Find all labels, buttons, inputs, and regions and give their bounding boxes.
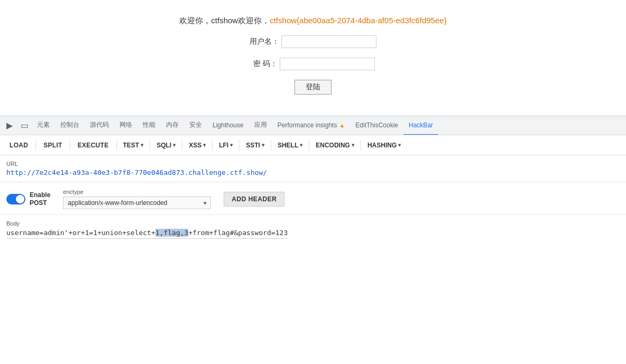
- sep10: [361, 140, 361, 151]
- warn-icon: ▲: [339, 122, 345, 128]
- tab-application[interactable]: 应用: [249, 116, 272, 135]
- encoding-dropdown[interactable]: ENCODING ▾: [311, 139, 358, 151]
- tab-sources[interactable]: 源代码: [85, 116, 114, 135]
- url-section: URL http://7e2c4e14-a93a-40e3-b7f8-770e0…: [0, 155, 626, 182]
- sep6: [212, 140, 213, 151]
- enable-post-label: Enable POST: [30, 191, 50, 207]
- enable-post-wrap: Enable POST: [6, 191, 50, 207]
- enctype-wrap: enctype application/x-www-form-urlencode…: [63, 189, 211, 209]
- load-button[interactable]: LOAD: [4, 139, 33, 151]
- enctype-label: enctype: [63, 189, 211, 195]
- website-content: 欢迎你，ctfshow欢迎你，ctfshow{abe00aa5-2074-4db…: [0, 0, 626, 116]
- sep2: [70, 140, 70, 151]
- encoding-arrow: ▾: [352, 142, 354, 148]
- lfi-dropdown[interactable]: LFI ▾: [215, 139, 237, 151]
- sep3: [116, 140, 117, 151]
- xss-dropdown[interactable]: XSS ▾: [185, 139, 210, 151]
- tab-network[interactable]: 网络: [114, 116, 137, 135]
- sep8: [271, 140, 271, 151]
- tab-console[interactable]: 控制台: [55, 116, 85, 135]
- inspect-icon[interactable]: ▶: [2, 118, 17, 133]
- sep9: [309, 140, 309, 151]
- url-value[interactable]: http://7e2c4e14-a93a-40e3-b7f8-770e046ad…: [6, 169, 620, 176]
- enable-post-toggle[interactable]: [6, 194, 25, 204]
- tab-performance[interactable]: 性能: [137, 116, 161, 135]
- body-value[interactable]: username=admin'+or+1=1+union+select+1,fl…: [6, 229, 288, 239]
- split-button[interactable]: SPLIT: [38, 139, 68, 151]
- enctype-select-wrap: application/x-www-form-urlencoded multip…: [63, 197, 211, 209]
- shell-dropdown[interactable]: SHELL ▾: [273, 139, 307, 151]
- url-label: URL: [6, 161, 620, 167]
- password-row: 密 码：: [0, 58, 626, 70]
- hackbar-toolbar: LOAD SPLIT EXECUTE TEST ▾ SQLI ▾ XSS ▾ L…: [0, 135, 626, 155]
- sqli-arrow: ▾: [173, 142, 176, 148]
- welcome-prefix: 欢迎你，ctfshow欢迎你，: [179, 16, 270, 25]
- lfi-arrow: ▾: [230, 142, 233, 148]
- tab-performance-insights[interactable]: Performance insights ▲: [272, 116, 351, 135]
- body-highlight: 1,flag,3: [155, 229, 189, 237]
- test-dropdown[interactable]: TEST ▾: [119, 139, 148, 151]
- ssti-arrow: ▾: [262, 142, 264, 148]
- hashing-dropdown[interactable]: HASHING ▾: [363, 139, 405, 151]
- sqli-dropdown[interactable]: SQLI ▾: [152, 139, 180, 151]
- flag-text: ctfshow{abe00aa5-2074-4dba-af05-ed3fc6fd…: [270, 16, 446, 25]
- sep1: [35, 140, 36, 151]
- shell-arrow: ▾: [300, 142, 302, 148]
- hashing-arrow: ▾: [398, 142, 401, 148]
- execute-button[interactable]: EXECUTE: [72, 139, 114, 151]
- welcome-message: 欢迎你，ctfshow欢迎你，ctfshow{abe00aa5-2074-4db…: [0, 16, 626, 26]
- body-prefix: username=admin'+or+1=1+union+select+: [6, 229, 155, 237]
- devtools-tabbar: ▶ ▭ 元素 控制台 源代码 网络 性能 内存 安全 Lighthouse 应用…: [0, 116, 626, 135]
- tab-memory[interactable]: 内存: [161, 116, 184, 135]
- body-label: Body: [6, 220, 620, 227]
- sep5: [182, 140, 182, 151]
- password-label: 密 码：: [251, 59, 278, 69]
- tab-editthiscookie[interactable]: EditThisCookie: [350, 116, 403, 135]
- enctype-select[interactable]: application/x-www-form-urlencoded multip…: [63, 197, 211, 209]
- device-icon[interactable]: ▭: [17, 118, 32, 133]
- body-suffix: +from+flag#&password=123: [188, 229, 288, 237]
- login-button[interactable]: 登陆: [294, 80, 332, 95]
- ssti-dropdown[interactable]: SSTI ▾: [242, 139, 269, 151]
- tab-security[interactable]: 安全: [184, 116, 207, 135]
- add-header-button[interactable]: ADD HEADER: [224, 192, 284, 207]
- tab-hackbar[interactable]: HackBar: [403, 116, 438, 135]
- post-section: Enable POST enctype application/x-www-fo…: [0, 182, 626, 215]
- username-input[interactable]: [281, 35, 376, 48]
- username-row: 用户名：: [0, 35, 626, 48]
- tab-elements[interactable]: 元素: [32, 116, 55, 135]
- toggle-thumb: [16, 195, 24, 203]
- sep7: [239, 140, 240, 151]
- sep4: [150, 140, 150, 151]
- password-input[interactable]: [280, 58, 375, 70]
- body-section: Body username=admin'+or+1=1+union+select…: [0, 215, 626, 244]
- test-arrow: ▾: [141, 142, 143, 148]
- username-label: 用户名：: [250, 37, 279, 46]
- xss-arrow: ▾: [203, 142, 206, 148]
- tab-lighthouse[interactable]: Lighthouse: [207, 116, 249, 135]
- login-row: 登陆: [0, 80, 626, 95]
